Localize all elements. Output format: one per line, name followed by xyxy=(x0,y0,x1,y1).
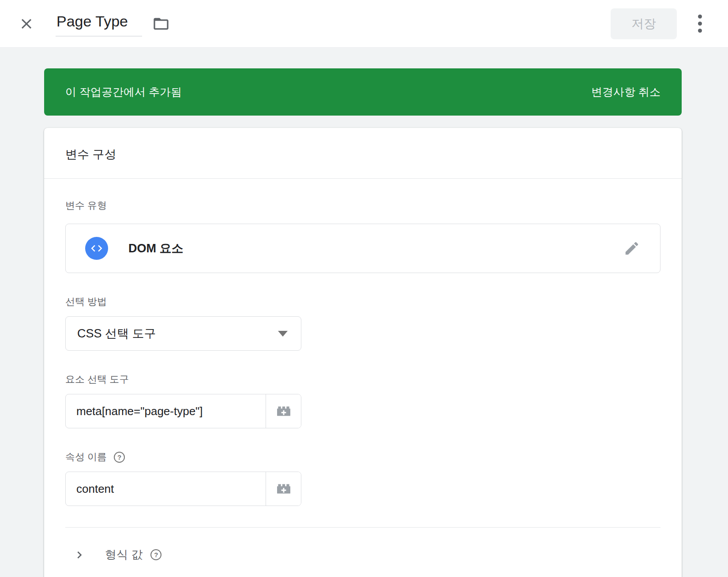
more-menu-button[interactable] xyxy=(690,8,709,39)
format-value-label: 형식 값 xyxy=(105,547,143,562)
folder-icon xyxy=(152,15,170,33)
attribute-name-row: 속성 이름 ? xyxy=(65,450,660,464)
folder-button[interactable] xyxy=(152,15,170,33)
element-selector-label: 요소 선택 도구 xyxy=(65,373,660,386)
attribute-name-label: 속성 이름 xyxy=(65,450,107,464)
edit-variable-type-button[interactable] xyxy=(623,240,641,257)
pencil-icon xyxy=(623,240,640,257)
attribute-name-help-icon[interactable]: ? xyxy=(114,452,125,463)
close-button[interactable] xyxy=(18,15,35,33)
save-button[interactable]: 저장 xyxy=(611,8,677,39)
dropdown-caret-icon xyxy=(278,331,288,337)
variable-type-selector[interactable]: DOM 요소 xyxy=(65,224,660,273)
top-bar: Page Type 저장 xyxy=(0,0,728,48)
attribute-name-input[interactable] xyxy=(66,472,266,506)
variable-type-value: DOM 요소 xyxy=(128,240,184,256)
selection-method-select[interactable]: CSS 선택 도구 xyxy=(65,316,301,351)
chevron-right-icon xyxy=(72,547,87,562)
close-icon xyxy=(18,15,35,32)
insert-variable-button[interactable] xyxy=(266,394,301,428)
banner-message: 이 작업공간에서 추가됨 xyxy=(65,85,182,99)
insert-variable-button[interactable] xyxy=(266,472,301,506)
workspace-banner: 이 작업공간에서 추가됨 변경사항 취소 xyxy=(44,68,682,116)
kebab-menu-icon xyxy=(698,15,702,33)
discard-changes-button[interactable]: 변경사항 취소 xyxy=(591,85,660,99)
card-body: 변수 유형 DOM 요소 선택 방법 CSS 선택 도구 xyxy=(44,199,682,562)
attribute-name-field xyxy=(65,472,301,506)
variable-brick-icon xyxy=(276,403,292,419)
element-selector-input[interactable] xyxy=(66,394,266,428)
format-value-expander[interactable]: 형식 값 ? xyxy=(65,547,660,562)
card-title: 변수 구성 xyxy=(65,146,660,162)
card-header: 변수 구성 xyxy=(44,128,682,179)
selection-method-label: 선택 방법 xyxy=(65,295,660,308)
section-divider xyxy=(65,527,660,528)
selection-method-value: CSS 선택 도구 xyxy=(77,326,156,341)
format-value-help-icon[interactable]: ? xyxy=(150,549,161,560)
variable-config-card: 변수 구성 변수 유형 DOM 요소 선택 방법 CSS 선 xyxy=(44,128,682,577)
element-selector-field xyxy=(65,394,301,428)
dom-element-code-icon xyxy=(85,237,108,260)
variable-type-label: 변수 유형 xyxy=(65,199,660,212)
page-title[interactable]: Page Type xyxy=(56,11,142,37)
variable-brick-icon xyxy=(276,481,292,497)
main-content: 이 작업공간에서 추가됨 변경사항 취소 변수 구성 변수 유형 DOM 요소 xyxy=(44,68,682,577)
